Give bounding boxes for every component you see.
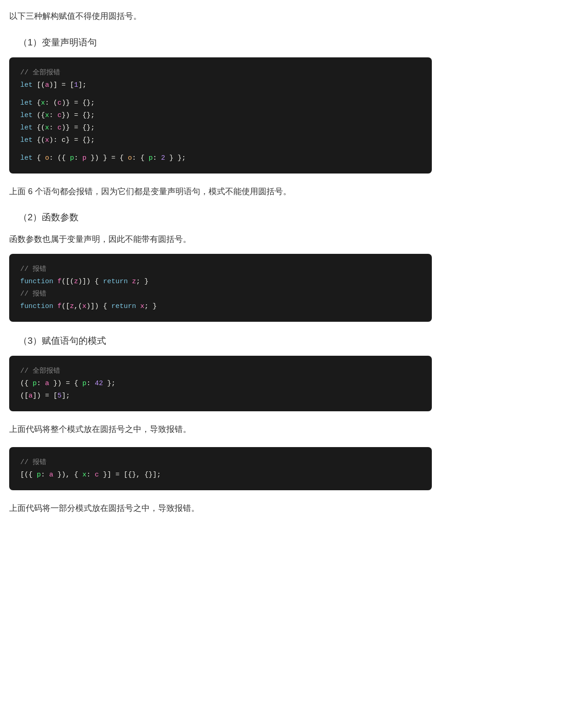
code-line-1: let [(a)] = [1]; (20, 79, 421, 91)
code-line-7: function f([(z)]) { return z; } (20, 275, 421, 288)
section2-heading: （2）函数参数 (18, 209, 432, 225)
intro-text: 以下三种解构赋值不得使用圆括号。 (9, 9, 432, 23)
code-line-9: ({ p: a }) = { p: 42 }; (20, 377, 421, 390)
code-block-4: // 报错 [({ p: a }), { x: c }] = [{}, {}]; (9, 447, 432, 490)
code-comment-3: // 全部报错 (20, 365, 421, 377)
code-block-2: // 报错 function f([(z)]) { return z; } //… (9, 254, 432, 322)
code-block-1: // 全部报错 let [(a)] = [1]; let {x: (c)} = … (9, 57, 432, 174)
code-line-4: let {(x: c)} = {}; (20, 122, 421, 134)
section4-after: 上面代码将一部分模式放在圆括号之中，导致报错。 (9, 501, 432, 515)
code-line-2: let {x: (c)} = {}; (20, 97, 421, 109)
code-line-10: ([a]) = [5]; (20, 390, 421, 402)
code-comment-1: // 全部报错 (20, 67, 421, 79)
code-line-11: [({ p: a }), { x: c }] = [{}, {}]; (20, 469, 421, 481)
section1-heading: （1）变量声明语句 (18, 34, 432, 50)
code-line-8: function f([z,(x)]) { return x; } (20, 300, 421, 313)
code-comment-2b: // 报错 (20, 288, 421, 300)
code-line-3: let ({x: c}) = {}; (20, 109, 421, 122)
section3-heading: （3）赋值语句的模式 (18, 333, 432, 348)
section2-desc: 函数参数也属于变量声明，因此不能带有圆括号。 (9, 232, 432, 246)
section1-after: 上面 6 个语句都会报错，因为它们都是变量声明语句，模式不能使用圆括号。 (9, 185, 432, 199)
code-comment-4: // 报错 (20, 456, 421, 469)
code-line-5: let {(x): c} = {}; (20, 134, 421, 146)
code-comment-2a: // 报错 (20, 263, 421, 275)
code-block-3: // 全部报错 ({ p: a }) = { p: 42 }; ([a]) = … (9, 356, 432, 411)
section3-after: 上面代码将整个模式放在圆括号之中，导致报错。 (9, 422, 432, 437)
code-line-6: let { o: ({ p: p }) } = { o: { p: 2 } }; (20, 152, 421, 164)
